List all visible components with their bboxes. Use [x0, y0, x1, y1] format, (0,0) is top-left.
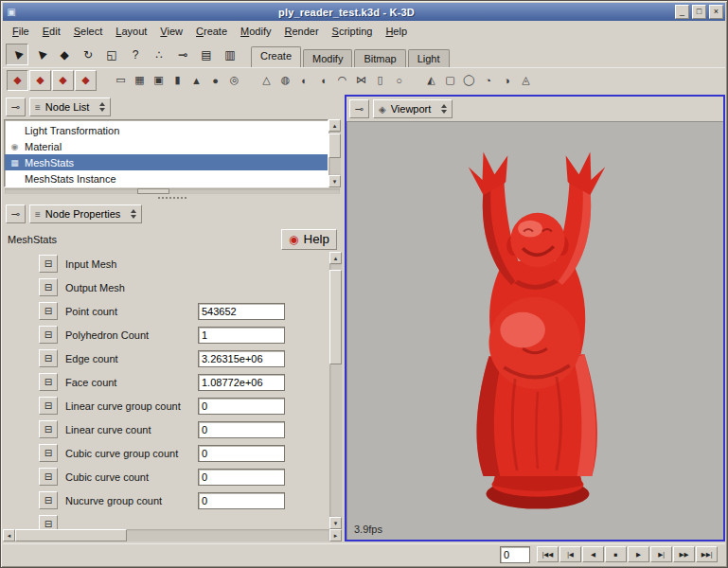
property-channel-button[interactable]: ⊟	[39, 444, 58, 462]
select-nodes-mode-button[interactable]: ◆	[7, 70, 28, 91]
property-value-input[interactable]	[198, 303, 285, 320]
help-button[interactable]: ◉ Help	[281, 229, 337, 250]
create-torus-button[interactable]: ◎	[225, 71, 243, 90]
property-value-input[interactable]	[198, 445, 285, 462]
select-points-mode-button[interactable]: ◆	[29, 70, 51, 91]
property-channel-button[interactable]: ⊟	[39, 278, 58, 296]
menu-modify[interactable]: Modify	[234, 24, 277, 39]
node-item-material[interactable]: ◉ Material	[5, 138, 328, 154]
create-quadric-sphere-button[interactable]: ◐	[295, 71, 313, 90]
menu-scripting[interactable]: Scripting	[326, 24, 380, 39]
create-cube-button[interactable]: ▣	[150, 71, 168, 90]
go-to-end-button[interactable]: ▶▶|	[696, 546, 718, 562]
create-plane-button[interactable]: ▭	[112, 71, 130, 90]
node-properties-pin-button[interactable]: ⊸	[6, 204, 26, 223]
property-channel-button[interactable]: ⊟	[39, 420, 58, 438]
create-nurbs-sphere-button[interactable]: ◑	[498, 71, 516, 90]
property-channel-button[interactable]: ⊟	[39, 397, 58, 415]
selection-tool-button[interactable]: ▶	[6, 44, 28, 65]
scrollbar-thumb[interactable]	[15, 529, 127, 541]
property-value-input[interactable]	[198, 374, 285, 391]
pane-resize-handle[interactable]	[3, 194, 342, 202]
create-quadric-paraboloid-button[interactable]: ◠	[333, 71, 351, 90]
menu-render[interactable]: Render	[277, 24, 325, 39]
tab-bitmap[interactable]: Bitmap	[354, 49, 405, 67]
scrollbar-thumb[interactable]	[329, 270, 342, 364]
create-cone-button[interactable]: ▲	[187, 71, 205, 90]
stop-button[interactable]: ■	[605, 546, 627, 562]
scrollbar-thumb[interactable]	[328, 133, 341, 158]
property-value-input[interactable]	[198, 398, 285, 415]
create-quadric-hemisphere-button[interactable]: ◖	[314, 71, 332, 90]
property-channel-button[interactable]: ⊟	[39, 515, 58, 529]
tab-modify[interactable]: Modify	[303, 49, 352, 67]
viewport-combo[interactable]: ◈ Viewport	[373, 99, 453, 118]
property-channel-button[interactable]: ⊟	[39, 302, 58, 320]
property-value-input[interactable]	[198, 327, 285, 344]
node-properties-combo[interactable]: ≡ Node Properties	[29, 204, 142, 223]
scale-tool-button[interactable]: ◱	[100, 44, 123, 65]
viewport-canvas[interactable]: 3.9fps	[346, 121, 723, 540]
node-list-hscrollbar[interactable]	[5, 188, 340, 194]
scroll-left-icon[interactable]: ◂	[3, 529, 15, 541]
menu-edit[interactable]: Edit	[36, 24, 67, 39]
create-quadric-cylinder-button[interactable]: ▯	[371, 71, 389, 90]
tab-light[interactable]: Light	[408, 49, 450, 67]
next-frame-button[interactable]: ▶|	[650, 546, 672, 562]
scroll-up-icon[interactable]: ▴	[328, 119, 341, 132]
property-channel-button[interactable]: ⊟	[39, 255, 58, 273]
context-help-button[interactable]: ?	[124, 44, 147, 65]
menu-layout[interactable]: Layout	[109, 24, 153, 39]
create-sphere-button[interactable]: ●	[206, 71, 224, 90]
property-value-input[interactable]	[198, 492, 285, 509]
select-faces-mode-button[interactable]: ◆	[75, 70, 97, 91]
menu-select[interactable]: Select	[67, 24, 110, 39]
property-channel-button[interactable]: ⊟	[39, 468, 58, 486]
create-quadric-cone-button[interactable]: △	[257, 71, 275, 90]
menu-create[interactable]: Create	[189, 24, 234, 39]
close-button[interactable]: ×	[709, 5, 723, 19]
node-item-light-transformation[interactable]: Light Transformation	[5, 122, 328, 138]
scroll-up-icon[interactable]: ▴	[329, 252, 342, 264]
menu-file[interactable]: File	[6, 24, 36, 39]
property-value-input[interactable]	[198, 421, 285, 438]
create-nurbs-disk-button[interactable]: ◔	[479, 71, 497, 90]
panel-hscrollbar[interactable]: ◂ ▸	[3, 529, 342, 541]
scroll-down-icon[interactable]: ▾	[328, 175, 341, 187]
maximize-button[interactable]: □	[692, 5, 706, 19]
create-quadric-torus-button[interactable]: ○	[390, 71, 408, 90]
move-tool-button[interactable]: ◆	[53, 44, 76, 65]
go-to-start-button[interactable]: |◀◀	[537, 546, 559, 562]
minimize-button[interactable]: _	[675, 5, 689, 19]
property-value-input[interactable]	[198, 350, 285, 367]
create-nurbs-patch-button[interactable]: ◬	[517, 71, 535, 90]
create-nurbs-cube-button[interactable]: ▢	[441, 71, 459, 90]
create-quadric-hyperboloid-button[interactable]: ⋈	[352, 71, 370, 90]
create-nurbs-circle-button[interactable]: ◯	[460, 71, 478, 90]
scroll-right-icon[interactable]: ▸	[329, 529, 342, 541]
menu-help[interactable]: Help	[379, 24, 414, 39]
property-channel-button[interactable]: ⊟	[39, 326, 58, 344]
play-reverse-button[interactable]: ◀	[582, 546, 604, 562]
property-channel-button[interactable]: ⊟	[39, 349, 58, 367]
previous-frame-button[interactable]: |◀	[559, 546, 581, 562]
frame-number-input[interactable]	[500, 546, 530, 563]
pan-tool-button[interactable]: ∴	[148, 44, 170, 65]
pick-tool-button[interactable]: ▶	[29, 44, 52, 65]
properties-scrollbar[interactable]: ▴ ▾	[329, 252, 342, 529]
create-cylinder-button[interactable]: ▮	[169, 71, 186, 90]
scrollbar-thumb[interactable]	[137, 188, 169, 194]
create-grid-button[interactable]: ▦	[131, 71, 149, 90]
create-nurbs-pyramid-button[interactable]: ◭	[422, 71, 440, 90]
connect-tool-button[interactable]: ⊸	[171, 44, 194, 65]
tab-create[interactable]: Create	[251, 46, 301, 67]
node-list-scrollbar[interactable]: ▴ ▾	[328, 119, 341, 187]
property-channel-button[interactable]: ⊟	[39, 373, 58, 391]
create-quadric-disk-button[interactable]: ◍	[276, 71, 294, 90]
node-list-combo[interactable]: ≡ Node List	[29, 98, 111, 116]
render-frame-button[interactable]: ▥	[219, 44, 241, 65]
node-list-pin-button[interactable]: ⊸	[6, 98, 26, 116]
property-value-input[interactable]	[198, 469, 285, 486]
menu-view[interactable]: View	[153, 24, 189, 39]
select-lines-mode-button[interactable]: ◆	[52, 70, 74, 91]
